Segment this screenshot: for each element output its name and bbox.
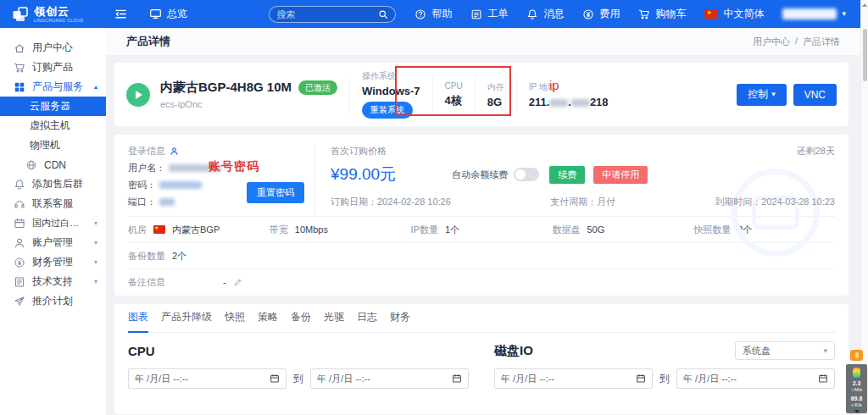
disk-date-end-input[interactable]: 年 /月/日 --:-- <box>676 368 835 389</box>
cpu-date-start-input[interactable]: 年 /月/日 --:-- <box>128 368 287 389</box>
first-price-label: 首次订购价格 <box>331 145 387 158</box>
tab-policy[interactable]: 策略 <box>258 304 278 333</box>
help-label: 帮助 <box>431 7 452 21</box>
topbar-help[interactable]: 帮助 <box>415 7 452 21</box>
remaining-days: 还剩28天 <box>797 145 835 158</box>
topbar-message[interactable]: 消息 <box>526 7 564 21</box>
home-icon <box>14 42 25 54</box>
overview-label: 总览 <box>167 7 187 21</box>
sidebar-item-finance-management[interactable]: 财务管理 ▾ <box>0 252 106 272</box>
disk-io-chart-title: 磁盘IO <box>494 343 533 359</box>
cpu-value: 4核 <box>445 93 463 108</box>
search-box[interactable] <box>269 6 396 23</box>
fee-icon <box>582 8 594 20</box>
cpu-chart-title: CPU <box>128 344 155 358</box>
order-date: 订购日期：2024-02-28 10:26 <box>331 196 451 208</box>
login-info-title: 登录信息 <box>128 145 165 158</box>
sidebar-item-cloud-server[interactable]: 云服务器 <box>0 97 106 116</box>
calendar-icon[interactable] <box>270 374 280 384</box>
password-label: 密码： <box>128 179 156 191</box>
topbar-overview[interactable]: 总览 <box>149 7 187 21</box>
search-icon[interactable] <box>378 9 388 19</box>
app-logo[interactable]: 领创云 LINGCHUANG CLOUD <box>0 0 106 28</box>
user-account[interactable]: ▾ <box>782 8 846 19</box>
message-label: 消息 <box>543 7 564 21</box>
sidebar-item-aftersale-group[interactable]: 添加售后群 <box>0 174 106 194</box>
reset-password-button[interactable]: 重置密码 <box>247 182 304 203</box>
ip-redacted-segment <box>549 99 568 107</box>
flag-cn-icon: ★ <box>153 225 165 234</box>
tab-finance[interactable]: 财务 <box>390 304 410 333</box>
bandwidth-cell: 带宽 10Mbps <box>270 224 411 236</box>
cpu-date-end-input[interactable]: 年 /月/日 --:-- <box>310 368 469 389</box>
upload-speed-value: 2.3 <box>853 380 861 387</box>
sidebar-item-physical-machine[interactable]: 物理机 <box>0 136 106 155</box>
tray-button[interactable] <box>850 350 863 361</box>
pay-cycle: 支付周期：月付 <box>550 196 615 208</box>
calendar-icon[interactable] <box>636 374 646 384</box>
sidebar-item-user-center[interactable]: 用户中心 <box>0 38 106 58</box>
sidebar-item-label: 物理机 <box>30 138 60 152</box>
sidebar-item-virtual-host[interactable]: 虚拟主机 <box>0 116 106 136</box>
disk-date-start-input[interactable]: 年 /月/日 --:-- <box>494 368 653 389</box>
cart-icon <box>14 62 25 74</box>
control-button[interactable]: 控制▾ <box>737 84 787 106</box>
topbar-fee[interactable]: 费用 <box>582 7 620 21</box>
edit-remark-icon[interactable] <box>233 278 242 287</box>
sidebar-item-contact-support[interactable]: 联系客服 <box>0 194 106 213</box>
cpu-label: CPU <box>445 81 463 91</box>
calendar-icon[interactable] <box>818 374 828 384</box>
scrollbar-thumb[interactable] <box>863 29 867 81</box>
sidebar-item-tech-support[interactable]: 技术支持 ▾ <box>0 272 106 291</box>
tab-backup[interactable]: 备份 <box>291 304 311 333</box>
cart-label: 购物车 <box>655 7 686 21</box>
sidebar-item-order-products[interactable]: 订购产品 <box>0 58 106 77</box>
tab-cdrom[interactable]: 光驱 <box>324 304 344 333</box>
data-disk-cell: 数据盘 50G <box>552 224 693 236</box>
globe-icon <box>25 159 37 171</box>
sidebar-collapse-icon[interactable] <box>114 8 127 20</box>
apply-stop-button[interactable]: 申请停用 <box>593 166 648 184</box>
tab-charts[interactable]: 图表 <box>128 304 148 333</box>
login-info-zone: 登录信息 用户名： 密码： 端口： 重置密码 <box>128 145 308 216</box>
power-start-button[interactable] <box>126 83 150 107</box>
main-content: 产品详情 用户中心 / 产品详情 内蒙古BGP-4H8G 10M 已激活 ecs… <box>106 28 860 415</box>
download-speed-value: 69.8 <box>851 396 863 402</box>
blue-dot-icon <box>851 389 854 391</box>
chevron-down-icon: ▾ <box>94 239 97 246</box>
password-redacted <box>159 181 202 189</box>
topbar-cart[interactable]: 购物车 <box>638 7 686 21</box>
play-icon <box>136 91 142 99</box>
price-value: ¥99.00元 <box>331 163 396 185</box>
topbar-ticket[interactable]: 工单 <box>470 7 508 21</box>
calendar-icon[interactable] <box>452 374 462 384</box>
tab-snapshot[interactable]: 快照 <box>225 304 245 333</box>
disk-select[interactable]: 系统盘 ▾ <box>735 341 835 360</box>
divider <box>516 76 517 113</box>
vnc-button[interactable]: VNC <box>793 84 837 106</box>
network-monitor-overlay[interactable]: 2.3 M/s 69.8 K/s <box>846 364 867 413</box>
chevron-down-icon <box>854 410 860 413</box>
sidebar-item-referral-plan[interactable]: 推介计划 <box>0 291 106 311</box>
chevron-down-icon: ▾ <box>823 347 827 355</box>
breadcrumb-user-center[interactable]: 用户中心 <box>753 36 790 48</box>
tab-upgrade[interactable]: 产品升降级 <box>161 304 212 333</box>
auto-renew-toggle[interactable] <box>514 168 539 181</box>
tab-logs[interactable]: 日志 <box>357 304 377 333</box>
sidebar-item-products-services[interactable]: 产品与服务 ▴ <box>0 77 106 97</box>
sidebar-item-label: 虚拟主机 <box>30 119 70 133</box>
topbar-language[interactable]: ★ 中文简体 <box>704 7 764 21</box>
bell-icon <box>526 8 538 20</box>
sidebar-item-domestic-sites[interactable]: 国内过白，旗下网站 ▾ <box>0 213 106 233</box>
sidebar-item-cdn[interactable]: CDN <box>0 155 106 174</box>
scroll-up-arrow-icon[interactable] <box>862 3 867 7</box>
divider <box>432 76 433 113</box>
logo-icon <box>12 6 29 23</box>
search-input[interactable] <box>276 9 378 19</box>
sidebar-item-account-management[interactable]: 账户管理 ▾ <box>0 233 106 252</box>
renew-button[interactable]: 续费 <box>549 166 585 184</box>
to-label: 到 <box>293 372 303 386</box>
toggle-knob <box>515 169 526 180</box>
reinstall-os-button[interactable]: 重装系统 <box>362 102 413 119</box>
send-icon <box>14 296 25 307</box>
